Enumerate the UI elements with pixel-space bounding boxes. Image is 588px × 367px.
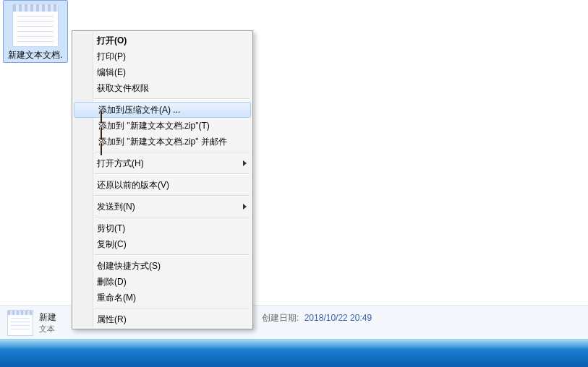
menu-item-shortcut[interactable]: 创建快捷方式(S) xyxy=(74,258,251,274)
context-menu: 打开(O)打印(P)编辑(E)获取文件权限添加到压缩文件(A) ...添加到 "… xyxy=(72,30,253,329)
menu-item-open-with[interactable]: 打开方式(H) xyxy=(74,155,251,171)
menu-item-label: 还原以前的版本(V) xyxy=(97,180,169,190)
menu-separator xyxy=(94,254,250,256)
menu-item-label: 属性(R) xyxy=(97,314,127,324)
file-item-selected[interactable]: 新建文本文档. xyxy=(3,0,68,63)
menu-separator xyxy=(94,173,250,175)
menu-item-add-zip-mail[interactable]: 添加到 "新建文本文档.zip" 并邮件 xyxy=(74,134,251,150)
menu-item-label: 打开(O) xyxy=(97,35,127,46)
menu-item-label: 添加到 "新建文本文档.zip" 并邮件 xyxy=(98,137,227,147)
menu-item-restore-ver[interactable]: 还原以前的版本(V) xyxy=(74,177,251,193)
menu-item-cut[interactable]: 剪切(T) xyxy=(74,220,251,236)
menu-item-label: 发送到(N) xyxy=(97,202,135,212)
archive-icon xyxy=(101,144,102,155)
details-date-key: 创建日期: xyxy=(262,313,299,323)
menu-separator xyxy=(94,195,250,197)
text-document-icon xyxy=(12,4,59,47)
menu-item-label: 重命名(M) xyxy=(97,293,136,303)
menu-item-label: 打印(P) xyxy=(97,51,126,61)
menu-item-label: 剪切(T) xyxy=(97,223,125,233)
file-item-label: 新建文本文档. xyxy=(4,50,67,60)
menu-item-get-perm[interactable]: 获取文件权限 xyxy=(74,80,251,96)
menu-item-label: 编辑(E) xyxy=(97,67,126,77)
details-name: 新建 xyxy=(39,311,56,324)
details-text: 新建 文本 xyxy=(39,311,56,334)
menu-item-label: 创建快捷方式(S) xyxy=(97,261,161,271)
text-document-icon xyxy=(7,310,33,336)
menu-item-send-to[interactable]: 发送到(N) xyxy=(74,199,251,215)
menu-item-label: 删除(D) xyxy=(97,277,127,287)
submenu-arrow-icon xyxy=(243,160,247,166)
menu-item-edit[interactable]: 编辑(E) xyxy=(74,64,251,80)
menu-separator xyxy=(94,98,250,100)
menu-item-rename[interactable]: 重命名(M) xyxy=(74,290,251,306)
menu-item-open[interactable]: 打开(O) xyxy=(74,33,251,48)
menu-separator xyxy=(94,152,250,153)
menu-item-label: 打开方式(H) xyxy=(97,158,144,168)
menu-separator xyxy=(94,217,250,218)
menu-item-add-archive[interactable]: 添加到压缩文件(A) ... xyxy=(74,102,251,118)
menu-item-label: 添加到 "新建文本文档.zip"(T) xyxy=(98,121,210,131)
menu-item-add-zip[interactable]: 添加到 "新建文本文档.zip"(T) xyxy=(74,118,251,134)
details-type: 文本 xyxy=(39,324,56,334)
menu-item-delete[interactable]: 删除(D) xyxy=(74,274,251,290)
menu-item-properties[interactable]: 属性(R) xyxy=(74,311,251,327)
menu-item-label: 添加到压缩文件(A) ... xyxy=(98,105,180,115)
details-date: 创建日期: 2018/10/22 20:49 xyxy=(262,312,372,324)
menu-item-copy[interactable]: 复制(C) xyxy=(74,236,251,252)
taskbar[interactable] xyxy=(0,339,588,367)
menu-item-label: 复制(C) xyxy=(97,239,127,249)
menu-item-print[interactable]: 打印(P) xyxy=(74,48,251,64)
submenu-arrow-icon xyxy=(243,204,247,210)
menu-separator xyxy=(94,308,250,309)
menu-item-label: 获取文件权限 xyxy=(97,83,149,93)
file-item[interactable]: 新建文本文档. xyxy=(3,0,68,63)
details-date-value: 2018/10/22 20:49 xyxy=(304,313,372,323)
